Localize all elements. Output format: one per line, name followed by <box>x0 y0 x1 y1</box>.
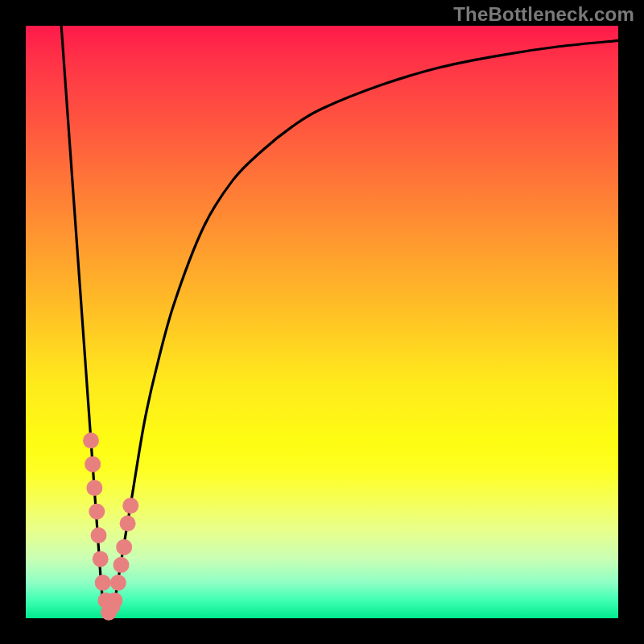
marker-point <box>122 497 138 514</box>
watermark-text: TheBottleneck.com <box>453 3 634 26</box>
bottleneck-curve <box>61 26 618 618</box>
marker-point <box>120 515 136 531</box>
marker-point <box>83 432 99 448</box>
marker-point <box>106 592 122 609</box>
chart-frame: TheBottleneck.com <box>0 0 644 644</box>
marker-point <box>91 527 107 543</box>
marker-point <box>89 504 105 520</box>
marker-point <box>116 539 132 555</box>
marker-point <box>93 551 109 567</box>
marker-point <box>95 575 111 591</box>
marker-point <box>110 575 126 591</box>
marker-point <box>86 480 102 496</box>
marker-point <box>85 456 101 473</box>
plot-overlay <box>26 26 618 618</box>
curve-markers <box>83 432 138 620</box>
marker-point <box>113 557 129 573</box>
